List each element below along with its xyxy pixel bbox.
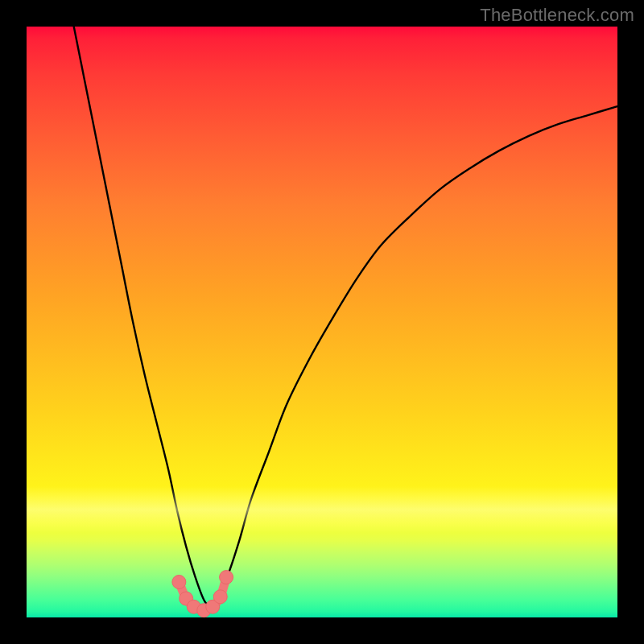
- watermark-label: TheBottleneck.com: [480, 5, 634, 26]
- bottleneck-curve: [74, 27, 617, 605]
- min-marker-dot: [172, 575, 186, 588]
- min-markers-group: [172, 571, 233, 617]
- plot-area: [27, 27, 617, 617]
- min-marker-dot: [213, 590, 227, 604]
- chart-svg: [27, 27, 617, 617]
- chart-frame: TheBottleneck.com: [0, 0, 644, 644]
- min-marker-dot: [220, 571, 233, 584]
